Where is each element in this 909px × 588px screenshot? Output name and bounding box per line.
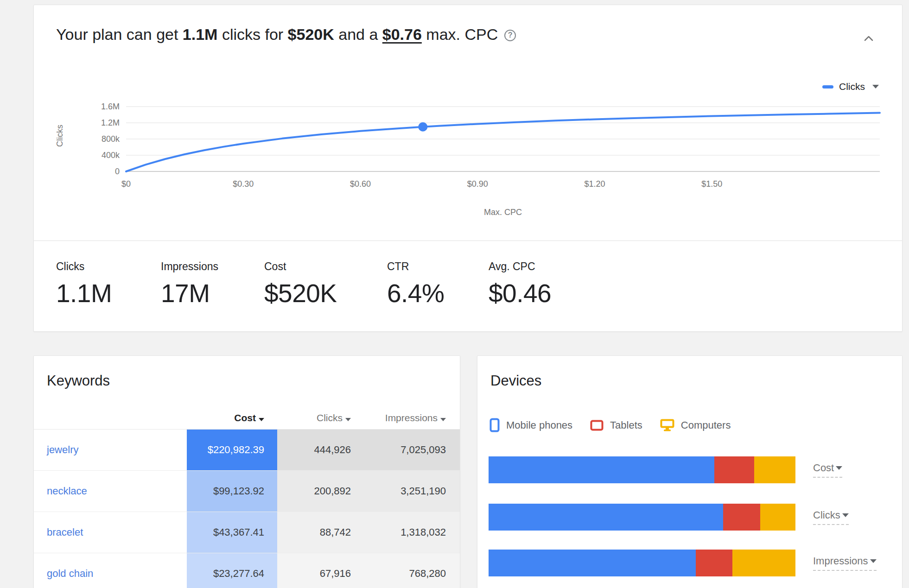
bar-metric-selector-cost[interactable]: Cost [813, 462, 842, 478]
svg-text:$1.20: $1.20 [584, 179, 605, 189]
metric-value: $520K [264, 278, 337, 308]
bar-segment-computers [732, 550, 795, 576]
sort-header-impressions[interactable]: Impressions [364, 412, 460, 424]
column-label: Clicks [317, 412, 343, 423]
keyword-link[interactable]: necklace [34, 471, 187, 512]
bar-segment-mobile [489, 504, 723, 531]
bar-metric-selector-impressions[interactable]: Impressions [813, 555, 877, 571]
bar-segment-mobile [489, 550, 696, 576]
svg-text:Max. CPC: Max. CPC [484, 208, 522, 217]
legend-item-computers: Computers [660, 419, 731, 431]
metric-label: CTR [387, 260, 444, 273]
cost-cell: $23,277.64 [187, 553, 277, 588]
keyword-link[interactable]: gold chain [34, 553, 187, 588]
svg-text:Clicks: Clicks [55, 125, 64, 147]
metric-value: 6.4% [387, 278, 444, 308]
bar-metric-label: Impressions [813, 555, 868, 567]
stacked-bar[interactable] [489, 504, 795, 531]
bar-metric-selector-clicks[interactable]: Clicks [813, 509, 849, 525]
metric-value: 17M [161, 278, 218, 308]
device-bar-row-impressions: Impressions [489, 550, 877, 576]
table-row: gold chain $23,277.64 67,916 768,280 [34, 553, 460, 588]
chevron-up-icon [862, 34, 875, 43]
headline-mid2: and a [334, 25, 382, 43]
table-row: jewelry $220,982.39 444,926 7,025,093 [34, 430, 460, 471]
stacked-bar[interactable] [489, 550, 795, 576]
legend-label: Tablets [610, 419, 642, 431]
mobile-phone-icon [489, 418, 500, 432]
headline-prefix: Your plan can get [56, 25, 183, 43]
sort-header-clicks[interactable]: Clicks [277, 412, 364, 424]
keywords-table-header: Cost Clicks Impressions [34, 406, 460, 430]
svg-text:$0.90: $0.90 [467, 179, 488, 189]
table-row: necklace $99,123.92 200,892 3,251,190 [34, 471, 460, 512]
bar-metric-label: Clicks [813, 509, 840, 521]
legend-label: Computers [681, 419, 731, 431]
legend-item-mobile: Mobile phones [489, 418, 572, 432]
computer-icon [660, 419, 674, 431]
headline-clicks-value: 1.1M [183, 25, 218, 43]
clicks-cell: 67,916 [277, 553, 364, 588]
bar-segment-computers [754, 456, 795, 483]
summary-divider [34, 240, 902, 241]
headline-suffix: max. CPC [422, 25, 498, 43]
devices-card: Devices Mobile phones Tablets Computers [477, 355, 903, 588]
impressions-cell: 768,280 [364, 553, 460, 588]
chevron-down-icon [836, 466, 842, 470]
bar-segment-tablets [723, 504, 760, 531]
bar-segment-mobile [489, 456, 714, 483]
clicks-cell: 88,742 [277, 512, 364, 553]
legend-item-tablets: Tablets [590, 419, 642, 431]
column-label: Impressions [385, 412, 438, 423]
metric-clicks: Clicks 1.1M [56, 260, 112, 308]
keyword-link[interactable]: jewelry [34, 430, 187, 470]
help-icon[interactable]: ? [504, 30, 516, 41]
chevron-down-icon [842, 513, 849, 517]
metric-ctr: CTR 6.4% [387, 260, 444, 308]
headline-cost-value: $520K [288, 25, 334, 43]
metric-cost: Cost $520K [264, 260, 337, 308]
svg-text:$0.60: $0.60 [350, 179, 371, 189]
impressions-cell: 1,318,032 [364, 512, 460, 553]
plan-headline: Your plan can get 1.1M clicks for $520K … [56, 25, 516, 44]
plan-summary-card: Your plan can get 1.1M clicks for $520K … [33, 5, 903, 332]
bar-segment-tablets [696, 550, 732, 576]
clicks-cell: 444,926 [277, 430, 364, 470]
keywords-table-body: jewelry $220,982.39 444,926 7,025,093 ne… [34, 430, 460, 588]
cost-cell: $43,367.41 [187, 512, 277, 553]
device-bar-row-cost: Cost [489, 456, 842, 483]
metric-label: Avg. CPC [489, 260, 551, 273]
keywords-card: Keywords Cost Clicks Impressions jewelry… [33, 355, 460, 588]
cost-cell: $99,123.92 [187, 471, 277, 512]
metric-value: 1.1M [56, 278, 112, 308]
sort-header-cost[interactable]: Cost [187, 412, 277, 424]
metric-label: Cost [264, 260, 337, 273]
keyword-link[interactable]: bracelet [34, 512, 187, 553]
metric-label: Clicks [56, 260, 112, 273]
clicks-vs-maxcpc-chart[interactable]: 0400k800k1.2M1.6M$0$0.30$0.60$0.90$1.20$… [34, 75, 903, 228]
svg-text:1.6M: 1.6M [101, 102, 120, 111]
svg-text:0: 0 [115, 167, 120, 176]
svg-text:1.2M: 1.2M [101, 118, 120, 127]
sort-caret-icon [259, 418, 264, 421]
headline-maxcpc-value: $0.76 [382, 25, 422, 43]
keywords-title: Keywords [47, 373, 110, 389]
metric-impressions: Impressions 17M [161, 260, 218, 308]
sort-caret-icon [440, 418, 446, 421]
devices-legend: Mobile phones Tablets Computers [489, 418, 731, 432]
table-row: bracelet $43,367.41 88,742 1,318,032 [34, 512, 460, 553]
tablet-icon [590, 420, 604, 431]
svg-text:800k: 800k [102, 134, 120, 144]
svg-text:$0.30: $0.30 [233, 179, 254, 189]
sort-caret-icon [345, 418, 351, 421]
bar-segment-tablets [714, 456, 754, 483]
clicks-cell: 200,892 [277, 471, 364, 512]
metric-label: Impressions [161, 260, 218, 273]
svg-text:400k: 400k [102, 151, 120, 160]
devices-title: Devices [490, 373, 541, 389]
stacked-bar[interactable] [489, 456, 795, 483]
collapse-chevron-up-icon[interactable] [862, 34, 875, 43]
impressions-cell: 3,251,190 [364, 471, 460, 512]
svg-text:$1.50: $1.50 [701, 179, 722, 189]
metric-value: $0.46 [489, 278, 551, 308]
